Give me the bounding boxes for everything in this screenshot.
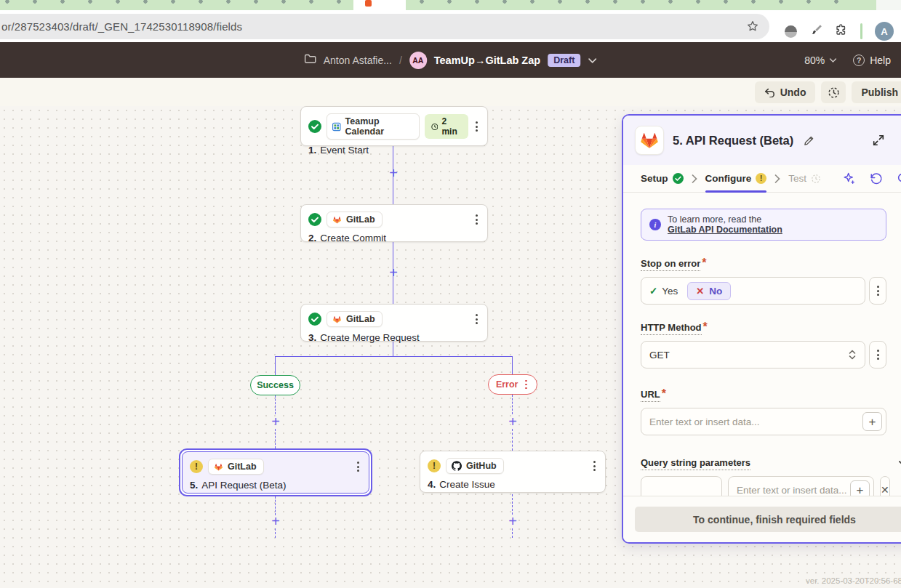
ai-assist-button[interactable] [841, 170, 857, 187]
node-menu-button[interactable] [591, 459, 598, 472]
add-step-button[interactable]: + [508, 414, 517, 429]
editor-version-text: ver. 2025-03-20T20:56-68d [806, 576, 901, 585]
stop-on-error-field[interactable]: ✓ Yes ✕ No [641, 277, 865, 305]
stop-on-error-label: Stop on error [641, 258, 700, 271]
add-step-button[interactable]: + [271, 414, 280, 429]
zoom-level-control[interactable]: 80% [804, 55, 837, 66]
node-event-start[interactable]: Teamup Calendar 2 min 1.Event Start [300, 106, 488, 146]
http-method-select[interactable]: GET [641, 341, 865, 368]
bookmark-star-icon[interactable] [746, 20, 759, 36]
option-yes[interactable]: ✓ Yes [649, 285, 678, 297]
option-no-selected[interactable]: ✕ No [687, 282, 731, 300]
tab-configure[interactable]: Configure ! [705, 165, 767, 192]
continue-disabled-button[interactable]: To continue, finish required fields [635, 507, 901, 532]
zoom-level-value: 80% [804, 55, 825, 66]
gitlab-icon [639, 130, 660, 150]
branch-success-pill[interactable]: Success [250, 375, 300, 395]
editor-toolbar: Undo Publish [0, 78, 901, 106]
node-menu-button[interactable] [473, 213, 480, 226]
app-badge-gitlab[interactable]: GitLab [327, 212, 383, 227]
app-name: GitHub [466, 461, 497, 471]
app-badge-gitlab[interactable]: GitLab [208, 459, 264, 475]
add-step-button[interactable]: + [389, 265, 398, 280]
url-text[interactable]: or/287523403/draft/_GEN_1742530118908/fi… [1, 20, 242, 33]
sparkle-icon [842, 172, 856, 185]
url-insert-data-button[interactable]: + [862, 412, 882, 431]
app-badge-github[interactable]: GitHub [446, 458, 504, 474]
title-chevron-down-icon[interactable] [588, 54, 597, 67]
error-label: Error [496, 379, 518, 390]
node-create-merge-request[interactable]: GitLab 3.Create Merge Request [300, 304, 488, 342]
branch-menu-button[interactable] [523, 379, 529, 391]
rename-step-button[interactable] [802, 134, 816, 148]
query-key-input[interactable] [649, 485, 713, 496]
connector-line [275, 429, 276, 448]
query-params-label: Query string parameters [641, 457, 750, 470]
node-api-request-selected[interactable]: ! GitLab 5.API Request (Beta) [179, 448, 372, 496]
expand-panel-button[interactable] [870, 132, 886, 148]
step-title: Create Merge Request [320, 332, 420, 343]
tab-setup[interactable]: Setup [641, 165, 684, 192]
step-number: 3. [308, 332, 316, 343]
version-history-button[interactable] [821, 81, 846, 103]
search-fields-button[interactable] [895, 171, 901, 187]
refresh-fields-button[interactable] [868, 171, 884, 187]
new-tab-area[interactable] [876, 0, 901, 10]
url-input[interactable] [649, 416, 878, 427]
node-menu-button[interactable] [355, 460, 361, 473]
brush-extension-icon[interactable] [809, 23, 822, 39]
app-name: GitLab [346, 214, 375, 225]
connector-line [275, 528, 276, 538]
connector-line [512, 494, 513, 515]
active-browser-tab[interactable] [353, 0, 406, 10]
github-icon [452, 461, 462, 471]
step-number: 1. [308, 145, 316, 156]
url-field[interactable]: + [641, 408, 886, 435]
info-text: To learn more, read the GitLab API Docum… [668, 214, 878, 235]
connector-line [512, 356, 513, 374]
http-method-menu-button[interactable] [869, 341, 886, 368]
owner-avatar[interactable]: AA [409, 52, 427, 69]
http-method-label: HTTP Method [641, 322, 702, 335]
panel-footer: To continue, finish required fields [623, 496, 901, 542]
publish-button[interactable]: Publish [852, 81, 901, 103]
tab-test[interactable]: Test [788, 165, 821, 192]
panel-body: i To learn more, read the GitLab API Doc… [623, 193, 901, 499]
help-button[interactable]: ? Help [853, 55, 891, 66]
step-number: 5. [190, 480, 198, 491]
stop-on-error-menu-button[interactable] [869, 277, 886, 305]
node-create-commit[interactable]: GitLab 2.Create Commit [300, 204, 488, 242]
draft-status-badge: Draft [548, 54, 580, 67]
app-badge-gitlab[interactable]: GitLab [327, 311, 383, 327]
breadcrumb-folder[interactable]: Anton Astafie... [324, 55, 392, 66]
zap-title[interactable]: TeamUp→GitLab Zap [434, 55, 540, 66]
query-collapse-button[interactable] [898, 460, 901, 467]
query-value-input[interactable] [737, 485, 865, 496]
add-step-button[interactable]: + [508, 514, 517, 528]
browser-tab-strip[interactable] [0, 0, 901, 10]
extension-icon[interactable] [785, 25, 797, 38]
add-step-button[interactable]: + [389, 166, 398, 180]
step-number: 4. [428, 479, 436, 490]
panel-step-title: 5. API Request (Beta) [673, 134, 793, 148]
address-bar[interactable]: or/287523403/draft/_GEN_1742530118908/fi… [0, 14, 769, 39]
browser-profile-avatar[interactable]: A [875, 22, 894, 41]
browser-toolbar: or/287523403/draft/_GEN_1742530118908/fi… [0, 10, 901, 42]
add-step-button[interactable]: + [271, 514, 280, 528]
gitlab-api-doc-link[interactable]: GitLab API Documentation [668, 225, 782, 235]
step-title: Event Start [320, 145, 369, 156]
node-menu-button[interactable] [473, 313, 480, 326]
info-icon: i [649, 219, 661, 230]
node-menu-button[interactable] [473, 120, 480, 133]
clock-icon [431, 123, 439, 131]
undo-button[interactable]: Undo [755, 81, 816, 103]
branch-error-pill[interactable]: Error [488, 374, 537, 395]
app-badge-teamup[interactable]: Teamup Calendar [327, 113, 420, 140]
step-title: API Request (Beta) [201, 480, 286, 491]
help-label: Help [870, 55, 891, 66]
step-title: Create Issue [439, 479, 495, 490]
timer-icon [828, 86, 840, 99]
zap-header: Anton Astafie... / AA TeamUp→GitLab Zap … [0, 42, 901, 78]
extensions-puzzle-icon[interactable] [835, 23, 848, 39]
node-create-issue[interactable]: ! GitHub 4.Create Issue [420, 451, 606, 493]
